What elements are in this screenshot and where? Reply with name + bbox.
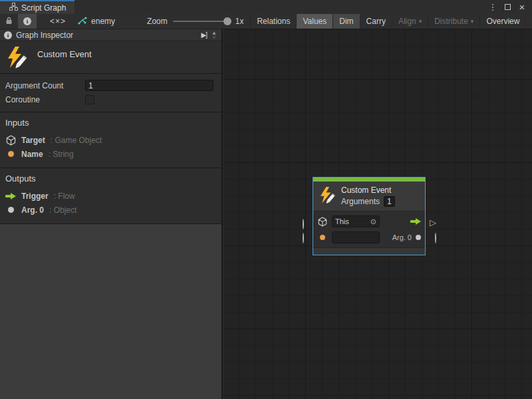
node-header[interactable]: Custom Event Arguments 1 [313, 182, 425, 211]
input-name: Target [21, 136, 45, 145]
coroutine-checkbox[interactable] [85, 95, 94, 104]
distribute-label: Distribute [434, 17, 468, 26]
tab-bar: Script Graph ⋮ × [0, 0, 532, 14]
argument-count-input[interactable] [85, 80, 213, 91]
lock-icon [5, 17, 13, 27]
window-maximize-button[interactable] [501, 1, 513, 13]
zoom-label: Zoom [147, 17, 168, 26]
node-titles: Custom Event Arguments 1 [341, 186, 395, 207]
graph-inspector-title: Graph Inspector [16, 31, 73, 40]
graph-inspector-panel: i Graph Inspector ▶] ▲ ▼ [0, 29, 223, 399]
trigger-flow-arrow-icon [410, 218, 421, 225]
arguments-count-field[interactable]: 1 [384, 196, 395, 207]
input-row-name: Name : String [5, 147, 216, 161]
input-port-name[interactable] [303, 233, 304, 243]
align-label: Align [398, 17, 416, 26]
input-name: Name [21, 150, 43, 159]
zoom-slider-knob[interactable] [223, 17, 231, 25]
node-body: This ⊙ Arg. 0 [313, 211, 425, 247]
toolbar-buttons: Relations Values Dim Carry Align ▾ Distr… [250, 14, 532, 29]
value-port-icon [416, 235, 421, 240]
input-type: : Game Object [51, 136, 102, 145]
script-graph-asset-icon [78, 17, 87, 27]
outputs-heading: Outputs [5, 174, 216, 184]
chevron-down-icon: ▾ [419, 18, 422, 25]
outputs-section: Outputs Trigger : Flow Arg. 0 : Object [0, 168, 221, 224]
window-close-button[interactable]: × [516, 1, 528, 13]
maximize-icon [505, 4, 511, 10]
output-type: : Object [49, 205, 76, 215]
event-title: Custom Event [37, 49, 92, 59]
cube-icon [5, 135, 16, 146]
inputs-heading: Inputs [5, 118, 216, 128]
overview-button[interactable]: Overview [480, 14, 526, 29]
output-port-trigger[interactable]: ▷ [430, 218, 436, 227]
output-name: Trigger [21, 192, 49, 201]
custom-event-node[interactable]: Custom Event Arguments 1 This [313, 177, 426, 255]
value-port-icon [5, 151, 16, 157]
lock-button[interactable] [0, 14, 18, 29]
value-port-icon [317, 235, 328, 240]
output-row-arg0: Arg. 0 : Object [5, 203, 216, 217]
align-dropdown-button[interactable]: Align ▾ [392, 14, 428, 29]
relations-button[interactable]: Relations [251, 14, 297, 29]
input-port-target[interactable] [303, 219, 304, 229]
blackboard-toggle-button[interactable]: <×> [45, 14, 71, 29]
flow-arrow-icon [5, 193, 16, 200]
info-icon: i [4, 31, 12, 39]
inspector-header-controls: ▶] ▲ ▼ [198, 31, 219, 40]
coroutine-row: Coroutine [5, 92, 213, 106]
inputs-section: Inputs Target : Game Object Name : Strin… [0, 112, 221, 168]
chevron-down-icon: ▾ [471, 18, 474, 25]
graph-breadcrumb[interactable]: enemy [71, 14, 122, 29]
window-menu-button[interactable]: ⋮ [487, 1, 499, 13]
distribute-dropdown-button[interactable]: Distribute ▾ [428, 14, 480, 29]
custom-event-icon [5, 45, 28, 72]
node-footer [313, 247, 425, 255]
output-name: Arg. 0 [21, 205, 44, 215]
value-port-icon [5, 207, 16, 213]
info-icon: i [23, 17, 31, 25]
argument-count-row: Argument Count [5, 78, 213, 92]
event-fields-section: Argument Count Coroutine [0, 74, 221, 112]
toolbar-spacer [37, 14, 45, 29]
output-row-trigger: Trigger : Flow [5, 189, 216, 203]
values-button[interactable]: Values [297, 14, 333, 29]
script-graph-window: Script Graph ⋮ × i <×> [0, 0, 532, 399]
arguments-label: Arguments [341, 197, 380, 206]
target-object-field[interactable]: This ⊙ [332, 215, 380, 227]
full-screen-button[interactable]: Full Screen [526, 14, 532, 29]
graph-canvas[interactable]: Custom Event Arguments 1 This [224, 29, 532, 399]
name-input-field[interactable] [332, 231, 380, 243]
scroll-spinner[interactable]: ▲ ▼ [209, 31, 219, 40]
node-title: Custom Event [341, 186, 395, 195]
input-type: : String [49, 150, 74, 159]
coroutine-label: Coroutine [5, 95, 85, 104]
output-type: : Flow [54, 192, 75, 201]
dock-panel-icon[interactable]: ▶] [198, 31, 209, 39]
arg0-label: Arg. 0 [392, 233, 412, 241]
object-picker-icon[interactable]: ⊙ [370, 217, 376, 226]
graph-toolbar: i <×> enemy Zoom 1x [0, 14, 532, 29]
toolbar-left-icons: i <×> [0, 14, 71, 29]
zoom-control: Zoom 1x [122, 14, 250, 29]
node-row-arg0: Arg. 0 [317, 231, 421, 244]
zoom-value: 1x [235, 17, 244, 26]
graph-name-label: enemy [91, 17, 115, 26]
cube-icon [317, 217, 328, 227]
dim-button[interactable]: Dim [333, 14, 360, 29]
node-row-target: This ⊙ [317, 215, 421, 228]
node-arguments: Arguments 1 [341, 196, 395, 207]
tab-label: Script Graph [21, 3, 66, 13]
graph-hierarchy-icon [9, 3, 18, 13]
output-port-arg0[interactable] [435, 233, 436, 243]
input-row-target: Target : Game Object [5, 133, 216, 147]
carry-button[interactable]: Carry [360, 14, 392, 29]
graph-inspector-toggle-button[interactable]: i [18, 14, 37, 29]
code-brackets-icon: <×> [50, 17, 66, 26]
target-value: This [335, 217, 349, 225]
tab-bar-rest: ⋮ × [74, 0, 532, 14]
graph-inspector-header: i Graph Inspector ▶] ▲ ▼ [0, 29, 221, 41]
zoom-slider[interactable] [173, 21, 230, 22]
tab-script-graph[interactable]: Script Graph [0, 0, 74, 14]
